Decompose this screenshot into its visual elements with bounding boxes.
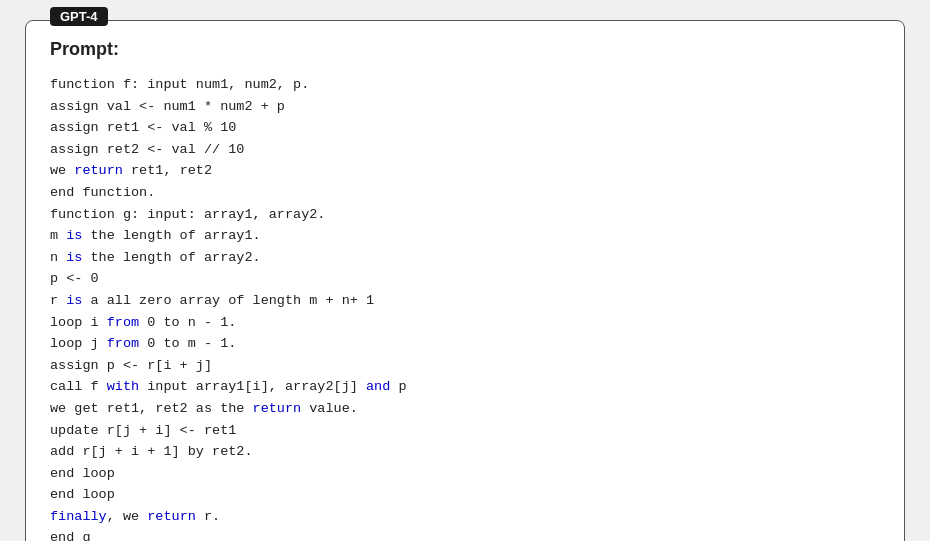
line-21: finally, we return r. — [50, 509, 220, 524]
line-11: r is a all zero array of length m + n+ 1 — [50, 293, 374, 308]
line-8: m is the length of array1. — [50, 228, 261, 243]
line-17: update r[j + i] <- ret1 — [50, 423, 236, 438]
line-22: end g — [50, 530, 91, 541]
main-card: GPT-4 Prompt: function f: input num1, nu… — [25, 20, 905, 541]
line-7: function g: input: array1, array2. — [50, 207, 325, 222]
line-19: end loop — [50, 466, 115, 481]
line-1: function f: input num1, num2, p. — [50, 77, 309, 92]
line-16: we get ret1, ret2 as the return value. — [50, 401, 358, 416]
line-14: assign p <- r[i + j] — [50, 358, 212, 373]
line-6: end function. — [50, 185, 155, 200]
line-20: end loop — [50, 487, 115, 502]
line-9: n is the length of array2. — [50, 250, 261, 265]
model-tag: GPT-4 — [50, 7, 108, 26]
line-10: p <- 0 — [50, 271, 99, 286]
prompt-label: Prompt: — [50, 39, 880, 60]
line-3: assign ret1 <- val % 10 — [50, 120, 236, 135]
line-2: assign val <- num1 * num2 + p — [50, 99, 285, 114]
line-5: we return ret1, ret2 — [50, 163, 212, 178]
line-18: add r[j + i + 1] by ret2. — [50, 444, 253, 459]
line-15: call f with input array1[i], array2[j] a… — [50, 379, 406, 394]
line-4: assign ret2 <- val // 10 — [50, 142, 244, 157]
line-13: loop j from 0 to m - 1. — [50, 336, 236, 351]
code-block: function f: input num1, num2, p. assign … — [50, 74, 880, 541]
line-12: loop i from 0 to n - 1. — [50, 315, 236, 330]
